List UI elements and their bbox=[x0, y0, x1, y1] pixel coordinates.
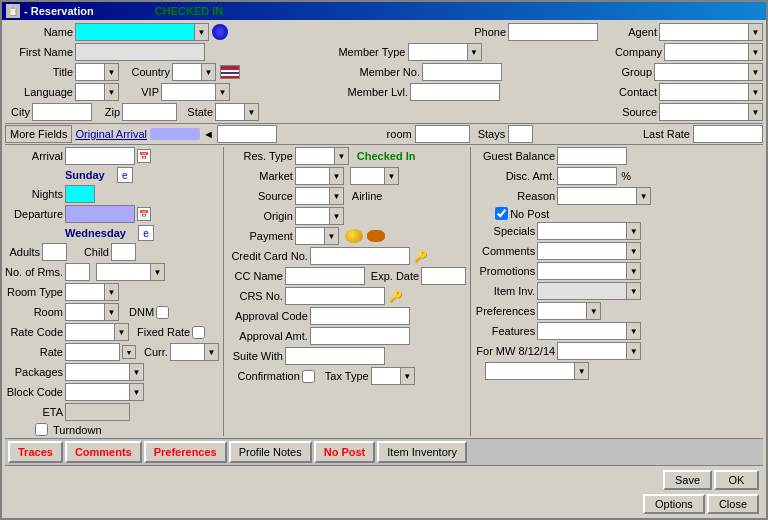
nights-input[interactable]: 10 bbox=[65, 185, 95, 203]
close-button[interactable]: Close bbox=[707, 494, 759, 514]
tab-preferences[interactable]: Preferences bbox=[144, 441, 227, 463]
source-input[interactable] bbox=[659, 103, 749, 121]
group-spin[interactable]: ▼ bbox=[749, 63, 763, 81]
guest-balance-input[interactable]: 912.79 bbox=[557, 147, 627, 165]
language-spin[interactable]: ▼ bbox=[105, 83, 119, 101]
features-spin[interactable]: ▼ bbox=[627, 322, 641, 340]
name-spin[interactable]: ▼ bbox=[195, 23, 209, 41]
market-spin2[interactable]: ▼ bbox=[385, 167, 399, 185]
res-type-input[interactable]: CHEC bbox=[295, 147, 335, 165]
tax-type-input[interactable]: 0 bbox=[371, 367, 401, 385]
room-number-input[interactable]: 523 bbox=[65, 303, 105, 321]
preferences-spin[interactable]: ▼ bbox=[587, 302, 601, 320]
options-button[interactable]: Options bbox=[643, 494, 705, 514]
extra-input[interactable] bbox=[485, 362, 575, 380]
firstname-input[interactable] bbox=[75, 43, 205, 61]
original-arrival-input[interactable] bbox=[217, 125, 277, 143]
rate-small-btn[interactable]: ▼ bbox=[122, 345, 136, 359]
tab-comments[interactable]: Comments bbox=[65, 441, 142, 463]
market-input2[interactable]: ALL bbox=[350, 167, 385, 185]
save-button[interactable]: Save bbox=[663, 470, 712, 490]
member-type-input[interactable] bbox=[408, 43, 468, 61]
extra-spin[interactable]: ▼ bbox=[575, 362, 589, 380]
ie-icon-2[interactable]: e bbox=[138, 225, 154, 241]
for-mw-spin[interactable]: ▼ bbox=[627, 342, 641, 360]
source-mid-input[interactable]: AIR bbox=[295, 187, 330, 205]
tab-no-post[interactable]: No Post bbox=[314, 441, 376, 463]
origin-spin[interactable]: ▼ bbox=[330, 207, 344, 225]
member-lvl-input[interactable] bbox=[410, 83, 500, 101]
ok-button[interactable]: OK bbox=[714, 470, 759, 490]
state-input[interactable]: NE bbox=[215, 103, 245, 121]
preferences-input[interactable]: FLWR bbox=[537, 302, 587, 320]
reason-spin[interactable]: ▼ bbox=[637, 187, 651, 205]
for-mw-input[interactable] bbox=[557, 342, 627, 360]
source-mid-spin[interactable]: ▼ bbox=[330, 187, 344, 205]
tab-item-inventory[interactable]: Item Inventory bbox=[377, 441, 467, 463]
company-spin[interactable]: ▼ bbox=[749, 43, 763, 61]
room-dropdown-input[interactable] bbox=[96, 263, 151, 281]
more-fields-btn[interactable]: More Fields bbox=[5, 125, 72, 143]
exp-date-input[interactable] bbox=[421, 267, 466, 285]
tax-type-spin[interactable]: ▼ bbox=[401, 367, 415, 385]
child-input[interactable]: 0 bbox=[111, 243, 136, 261]
confirmation-checkbox[interactable] bbox=[302, 370, 315, 383]
room-type-input[interactable]: DLX bbox=[65, 283, 105, 301]
group-input[interactable] bbox=[654, 63, 749, 81]
packages-spin[interactable]: ▼ bbox=[130, 363, 144, 381]
rate-code-input[interactable]: DAILY bbox=[65, 323, 115, 341]
rate-input[interactable]: 275.00 bbox=[65, 343, 120, 361]
original-arrival-link[interactable]: Original Arrival bbox=[75, 128, 147, 140]
room-input[interactable]: New Gu bbox=[415, 125, 470, 143]
cc-name-input[interactable] bbox=[285, 267, 365, 285]
city-input[interactable]: Guide Ro bbox=[32, 103, 92, 121]
title-input[interactable] bbox=[75, 63, 105, 81]
no-post-checkbox[interactable] bbox=[495, 207, 508, 220]
block-code-spin[interactable]: ▼ bbox=[130, 383, 144, 401]
item-inv-input[interactable] bbox=[537, 282, 627, 300]
last-rate-input[interactable] bbox=[693, 125, 763, 143]
approval-amt-input[interactable] bbox=[310, 327, 410, 345]
country-spin[interactable]: ▼ bbox=[202, 63, 216, 81]
room-type-spin[interactable]: ▼ bbox=[105, 283, 119, 301]
company-input[interactable]: Metro Design bbox=[664, 43, 749, 61]
arrival-cal-icon[interactable]: 📅 bbox=[137, 149, 151, 163]
globe-icon[interactable] bbox=[212, 24, 228, 40]
ie-icon-1[interactable]: e bbox=[117, 167, 133, 183]
crs-no-input[interactable] bbox=[285, 287, 385, 305]
departure-input[interactable] bbox=[65, 205, 135, 223]
vip-spin[interactable]: ▼ bbox=[216, 83, 230, 101]
item-inv-spin[interactable]: ▼ bbox=[627, 282, 641, 300]
title-spin[interactable]: ▼ bbox=[105, 63, 119, 81]
block-code-input[interactable] bbox=[65, 383, 130, 401]
source-spin[interactable]: ▼ bbox=[749, 103, 763, 121]
payment-spin[interactable]: ▼ bbox=[325, 227, 339, 245]
payment-input[interactable]: CA bbox=[295, 227, 325, 245]
departure-cal-icon[interactable]: 📅 bbox=[137, 207, 151, 221]
contact-input[interactable] bbox=[659, 83, 749, 101]
approval-code-input[interactable] bbox=[310, 307, 410, 325]
curr-spin[interactable]: ▼ bbox=[205, 343, 219, 361]
turndown-checkbox[interactable] bbox=[35, 423, 48, 436]
promotions-input[interactable] bbox=[537, 262, 627, 280]
features-input[interactable] bbox=[537, 322, 627, 340]
comments-spin[interactable]: ▼ bbox=[627, 242, 641, 260]
zip-input[interactable]: 68942 bbox=[122, 103, 177, 121]
member-type-spin[interactable]: ▼ bbox=[468, 43, 482, 61]
tab-traces[interactable]: Traces bbox=[8, 441, 63, 463]
disc-amt-input[interactable] bbox=[557, 167, 617, 185]
no-of-rms-input[interactable]: 1 bbox=[65, 263, 90, 281]
vip-input[interactable] bbox=[161, 83, 216, 101]
specials-input[interactable] bbox=[537, 222, 627, 240]
room-number-spin[interactable]: ▼ bbox=[105, 303, 119, 321]
agent-spin[interactable]: ▼ bbox=[749, 23, 763, 41]
market-input1[interactable]: ALL bbox=[295, 167, 330, 185]
specials-spin[interactable]: ▼ bbox=[627, 222, 641, 240]
eta-input[interactable]: 10:22 AM bbox=[65, 403, 130, 421]
comments-input[interactable]: Check financials bbox=[537, 242, 627, 260]
origin-input[interactable] bbox=[295, 207, 330, 225]
suite-with-input[interactable] bbox=[285, 347, 385, 365]
contact-spin[interactable]: ▼ bbox=[749, 83, 763, 101]
dnm-checkbox[interactable] bbox=[156, 306, 169, 319]
curr-input[interactable]: USD bbox=[170, 343, 205, 361]
